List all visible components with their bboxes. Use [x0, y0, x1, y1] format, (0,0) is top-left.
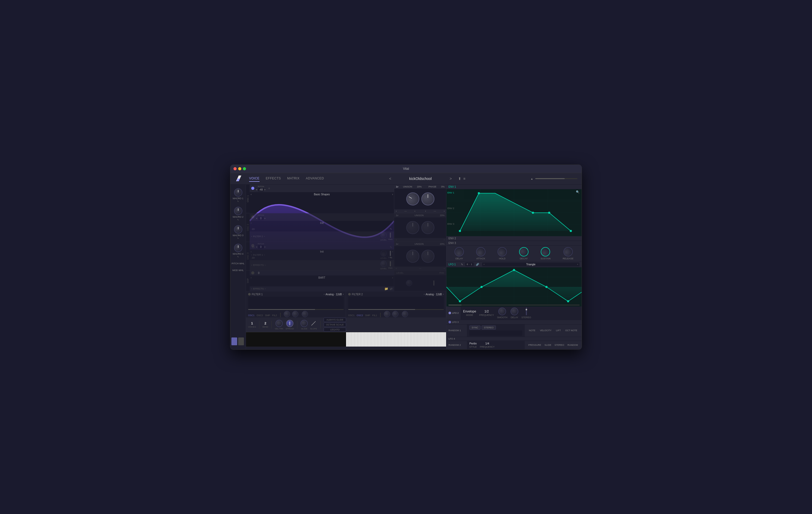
- env-1-tab-label[interactable]: ENV 1: [448, 185, 462, 188]
- osc-3-u-next[interactable]: ›: [444, 267, 444, 270]
- osc-1-phase-nav-next[interactable]: ›: [444, 210, 444, 212]
- tab-effects[interactable]: EFFECTS: [266, 176, 281, 182]
- release-knob[interactable]: [561, 245, 574, 258]
- macro-3-edit-icon[interactable]: ✎: [237, 237, 239, 240]
- osc-2-u-next[interactable]: ›: [444, 239, 444, 241]
- osc-2-pitch-value[interactable]: 0: [258, 217, 264, 220]
- filter-1-type-next[interactable]: ›: [343, 293, 344, 296]
- smp-pan-slider[interactable]: [433, 280, 434, 285]
- osc-3-pan-slider[interactable]: [390, 261, 391, 266]
- spread-knob[interactable]: [286, 320, 293, 327]
- minimize-button[interactable]: [238, 167, 241, 170]
- env-2-tab-label[interactable]: ENV 2: [448, 237, 462, 240]
- macro-1-knob[interactable]: [234, 188, 242, 196]
- osc-2-filter-prev[interactable]: ‹: [251, 235, 252, 238]
- octave-scale-button[interactable]: OCTAVE SCALE: [324, 323, 346, 327]
- volume-bar[interactable]: [535, 178, 577, 179]
- macro-1-edit-icon[interactable]: ✎: [237, 200, 239, 203]
- smp-filter-next[interactable]: ›: [265, 288, 265, 290]
- osc-2-next-wave[interactable]: ›: [392, 221, 393, 224]
- filter-2-type-prev[interactable]: ‹: [424, 293, 425, 296]
- piano-keyboard[interactable]: // Generated white keys: [246, 332, 446, 346]
- sustain-knob[interactable]: [541, 247, 550, 256]
- osc-1-prev-wave[interactable]: ‹: [251, 193, 252, 196]
- filter-1-mix-knob[interactable]: [292, 311, 298, 317]
- random-1-stereo-button[interactable]: STEREO: [482, 326, 496, 330]
- filter-1-drive-knob[interactable]: [284, 311, 290, 317]
- filter-1-type-prev[interactable]: ‹: [324, 293, 324, 296]
- lfo-1-label[interactable]: LFO 1: [448, 263, 459, 266]
- osc-3-u-prev[interactable]: ‹: [396, 267, 397, 270]
- osc-2-filter-next[interactable]: ›: [264, 235, 265, 238]
- osc-2-phase-knob[interactable]: [422, 221, 434, 234]
- filter-1-keytrk-knob[interactable]: [302, 311, 308, 317]
- export-icon[interactable]: ⬆: [458, 177, 461, 181]
- lfo-smooth-knob[interactable]: [498, 307, 506, 315]
- lfo-2-label[interactable]: LFO 2: [452, 312, 459, 314]
- osc-3-filter-prev[interactable]: ‹: [251, 264, 252, 266]
- osc-1-on-button[interactable]: [251, 187, 254, 190]
- smp-folder-icon[interactable]: 📁: [384, 287, 388, 291]
- osc-1-unison-nav-next[interactable]: ›: [415, 210, 415, 212]
- osc-3-on-button[interactable]: [251, 244, 254, 247]
- osc-3-edit-icon[interactable]: ✎: [390, 256, 392, 259]
- next-preset-button[interactable]: >: [450, 177, 452, 181]
- osc-2-on-button[interactable]: [251, 215, 254, 218]
- lfo-wave-next[interactable]: ›: [577, 263, 578, 266]
- filter-2-on-button[interactable]: [348, 293, 351, 296]
- osc-2-pan-slider[interactable]: [390, 233, 391, 238]
- osc-1-unison-knob[interactable]: [404, 190, 422, 208]
- osc-1-phase-nav-prev[interactable]: ‹: [425, 210, 426, 212]
- legato-button[interactable]: LEGATO: [324, 328, 346, 332]
- tab-voice[interactable]: VOICE: [249, 176, 260, 182]
- filter-2-type-next[interactable]: ›: [443, 293, 444, 296]
- decay-knob[interactable]: [517, 245, 530, 258]
- lfo-3-label[interactable]: LFO 3: [452, 321, 459, 323]
- macro-2-knob[interactable]: [234, 207, 242, 215]
- delay-knob[interactable]: [453, 245, 466, 258]
- smp-level-knob[interactable]: [406, 280, 412, 286]
- filter-1-on-button[interactable]: [248, 293, 251, 296]
- lfo-stereo-slider[interactable]: [526, 307, 527, 315]
- osc-3-pitch-value[interactable]: 0: [258, 245, 264, 249]
- glide-knob[interactable]: [300, 320, 308, 327]
- osc-1-phase-knob[interactable]: [422, 192, 434, 206]
- panel-toggle-1[interactable]: [231, 337, 237, 345]
- env-search-icon[interactable]: 🔍: [576, 190, 580, 194]
- hold-knob[interactable]: [497, 247, 507, 256]
- maximize-button[interactable]: [243, 167, 246, 170]
- smp-prev-wave[interactable]: ‹: [251, 276, 252, 279]
- macro-3-knob[interactable]: [234, 225, 242, 234]
- osc-2-prev-wave[interactable]: ‹: [251, 221, 252, 224]
- osc-2-edit-icon[interactable]: ✎: [390, 228, 392, 231]
- osc-2-level-knob[interactable]: [380, 232, 387, 238]
- lfo-delay-knob[interactable]: [511, 307, 518, 315]
- osc-1-unison-nav-prev[interactable]: ‹: [396, 210, 397, 212]
- filter-2-drive-knob[interactable]: [384, 311, 390, 317]
- random-1-sync-button[interactable]: SYNC: [469, 326, 481, 330]
- osc-3-level-knob[interactable]: [380, 261, 387, 267]
- tab-advanced[interactable]: ADVANCED: [306, 176, 324, 182]
- osc-1-pitch-value[interactable]: -48: [258, 188, 264, 191]
- filter-2-mix-knob[interactable]: [392, 311, 399, 317]
- osc-1-next-wave[interactable]: ›: [392, 193, 393, 196]
- vel-trk-knob[interactable]: [276, 320, 283, 327]
- attack-knob[interactable]: [476, 247, 486, 256]
- smp-filter-prev[interactable]: ‹: [251, 288, 252, 290]
- menu-icon[interactable]: ≡: [463, 177, 465, 181]
- filter-2-keytrk-knob[interactable]: [402, 311, 408, 317]
- macro-4-edit-icon[interactable]: ✎: [237, 256, 239, 258]
- smp-shuffle-icon[interactable]: ⇄: [390, 287, 393, 291]
- macro-4-knob[interactable]: [234, 244, 242, 252]
- random-1-bar[interactable]: [469, 330, 522, 336]
- macro-2-edit-icon[interactable]: ✎: [237, 219, 239, 221]
- osc-3-unison-knob[interactable]: [406, 250, 419, 263]
- lfo-paint-icon[interactable]: ✎: [461, 263, 463, 266]
- lfo-lock-icon[interactable]: 🔗: [476, 263, 479, 266]
- prev-preset-button[interactable]: <: [389, 177, 391, 181]
- lfo-wave-prev[interactable]: ‹: [484, 263, 485, 266]
- smp-next-wave[interactable]: ›: [392, 276, 393, 279]
- env-3-tab-label[interactable]: ENV 3: [448, 242, 462, 244]
- always-glide-button[interactable]: ALWAYS GLIDE: [324, 318, 346, 322]
- lfo-4-label[interactable]: LFO 4: [448, 337, 455, 340]
